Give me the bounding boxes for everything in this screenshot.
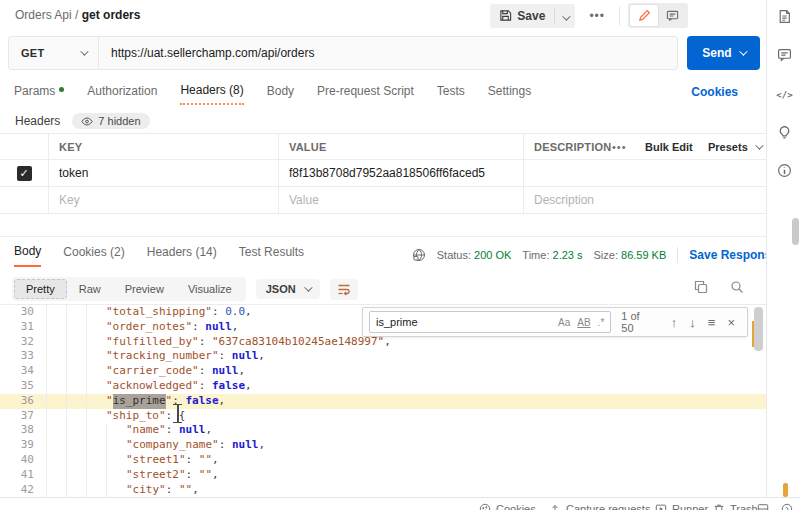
breadcrumb-separator: / bbox=[75, 8, 82, 22]
chevron-down-icon bbox=[755, 141, 763, 149]
cookies-link[interactable]: Cookies bbox=[691, 85, 738, 99]
wrap-lines-button[interactable] bbox=[330, 279, 358, 300]
tab-params[interactable]: Params bbox=[14, 84, 64, 104]
tab-headers[interactable]: Headers (8) bbox=[180, 83, 243, 105]
tab-authorization[interactable]: Authorization bbox=[87, 84, 157, 104]
url-input[interactable]: https://uat.sellerchamp.com/api/orders bbox=[99, 46, 314, 60]
help-button[interactable] bbox=[781, 503, 793, 510]
bulk-edit-button[interactable]: Bulk Edit bbox=[645, 134, 693, 159]
line-number: 40 bbox=[0, 453, 46, 468]
line-number: 31 bbox=[0, 320, 46, 335]
request-tabs: Params Authorization Headers (8) Body Pr… bbox=[0, 82, 766, 106]
line-number: 33 bbox=[0, 349, 46, 364]
presets-dropdown[interactable]: Presets bbox=[708, 134, 761, 159]
comments-icon[interactable] bbox=[776, 46, 793, 63]
row-checkbox[interactable]: ✓ bbox=[17, 166, 32, 181]
tab-settings[interactable]: Settings bbox=[488, 84, 531, 104]
save-dropdown-button[interactable] bbox=[555, 7, 575, 25]
code-scrollbar-thumb[interactable] bbox=[754, 307, 763, 351]
copy-icon[interactable] bbox=[694, 280, 708, 294]
help-icon bbox=[781, 503, 793, 510]
breadcrumb-collection[interactable]: Orders Api bbox=[15, 8, 72, 22]
network-icon[interactable] bbox=[412, 248, 426, 262]
url-row: GET https://uat.sellerchamp.com/api/orde… bbox=[0, 36, 766, 70]
key-input[interactable]: Key bbox=[48, 187, 278, 213]
line-number: 30 bbox=[0, 305, 46, 320]
documentation-icon[interactable] bbox=[776, 8, 793, 25]
runner-button[interactable]: Runner bbox=[655, 503, 708, 510]
line-number: 42 bbox=[0, 483, 46, 497]
find-query: is_prime bbox=[376, 316, 551, 328]
wrap-text-icon bbox=[337, 283, 351, 296]
sidebar-scroll-marker bbox=[783, 483, 788, 497]
response-body-viewer[interactable]: 30"total_shipping": 0.0,31"order_notes":… bbox=[0, 304, 766, 497]
table-placeholder-row: Key Value Description bbox=[0, 187, 766, 214]
chevron-down-icon bbox=[304, 283, 312, 291]
find-previous-button[interactable]: ↑ bbox=[671, 315, 678, 330]
params-indicator-dot bbox=[59, 87, 64, 92]
headers-section-label: Headers bbox=[15, 114, 60, 128]
code-line: 33"tracking_number": null, bbox=[0, 349, 766, 364]
cookies-statusbar-button[interactable]: Cookies bbox=[479, 503, 536, 510]
code-line: 37"ship_to": { bbox=[0, 409, 766, 424]
find-close-button[interactable]: × bbox=[727, 315, 735, 330]
comment-mode-button[interactable] bbox=[658, 5, 686, 26]
tab-pre-request-script[interactable]: Pre-request Script bbox=[317, 84, 414, 104]
text-cursor bbox=[172, 404, 183, 423]
method-selector[interactable]: GET bbox=[9, 37, 99, 69]
match-case-toggle[interactable]: Aa bbox=[558, 317, 570, 328]
lightbulb-icon[interactable] bbox=[776, 124, 793, 141]
column-description: DESCRIPTION bbox=[523, 134, 600, 159]
code-line: 34"carrier_code": null, bbox=[0, 364, 766, 379]
find-next-button[interactable]: ↓ bbox=[689, 315, 696, 330]
code-line: 38"name": null, bbox=[0, 423, 766, 438]
header-description-cell[interactable] bbox=[523, 160, 600, 186]
tab-body[interactable]: Body bbox=[267, 84, 294, 104]
format-dropdown[interactable]: JSON bbox=[256, 279, 320, 299]
find-menu-button[interactable]: ≡ bbox=[708, 315, 716, 330]
line-number: 39 bbox=[0, 438, 46, 453]
edit-mode-button[interactable] bbox=[630, 5, 658, 26]
header-key-cell[interactable]: token bbox=[48, 160, 278, 186]
info-icon[interactable] bbox=[776, 162, 793, 179]
comment-icon bbox=[666, 9, 679, 22]
view-raw[interactable]: Raw bbox=[67, 279, 113, 299]
search-icon[interactable] bbox=[730, 280, 744, 294]
layout-icon bbox=[757, 503, 769, 510]
tab-tests[interactable]: Tests bbox=[437, 84, 465, 104]
chevron-down-icon bbox=[80, 47, 88, 55]
response-tab-body[interactable]: Body bbox=[14, 244, 41, 267]
breadcrumb: Orders Api / get orders bbox=[15, 8, 140, 22]
response-tab-headers[interactable]: Headers (14) bbox=[147, 245, 217, 266]
response-tab-test-results[interactable]: Test Results bbox=[239, 245, 304, 266]
line-number: 41 bbox=[0, 468, 46, 483]
header-value-cell[interactable]: f8f13b8708d7952aa818506ff6faced5 bbox=[278, 160, 523, 186]
line-number: 37 bbox=[0, 409, 46, 424]
view-pretty[interactable]: Pretty bbox=[14, 279, 67, 299]
capture-requests-button[interactable]: Capture requests bbox=[549, 503, 650, 510]
more-options-button[interactable]: ••• bbox=[583, 9, 611, 23]
trash-button[interactable]: Trash bbox=[713, 503, 758, 510]
breadcrumb-request: get orders bbox=[82, 8, 141, 22]
whole-word-toggle[interactable]: AB bbox=[577, 317, 590, 328]
description-input[interactable]: Description bbox=[523, 187, 600, 213]
value-input[interactable]: Value bbox=[278, 187, 523, 213]
header-more-button[interactable]: ••• bbox=[612, 134, 627, 159]
two-pane-view-button[interactable] bbox=[757, 503, 769, 510]
save-button[interactable]: Save bbox=[490, 9, 554, 23]
top-bar: Orders Api / get orders Save ••• bbox=[0, 0, 766, 30]
send-button[interactable]: Send bbox=[687, 36, 760, 70]
send-dropdown-icon[interactable] bbox=[739, 47, 747, 55]
hidden-headers-toggle[interactable]: 7 hidden bbox=[72, 113, 149, 129]
regex-toggle[interactable]: .* bbox=[598, 317, 605, 328]
sidebar-scrollbar-thumb[interactable] bbox=[792, 218, 799, 245]
view-preview[interactable]: Preview bbox=[113, 279, 176, 299]
find-input[interactable]: is_prime Aa AB .* bbox=[369, 311, 611, 333]
view-visualize[interactable]: Visualize bbox=[176, 279, 244, 299]
save-button-group: Save bbox=[490, 4, 575, 28]
code-snippet-icon[interactable]: </> bbox=[776, 86, 793, 103]
edit-comment-toggle bbox=[628, 3, 688, 28]
request-url-field: GET https://uat.sellerchamp.com/api/orde… bbox=[8, 36, 678, 70]
bottom-status-bar: Cookies Capture requests Runner Trash bbox=[0, 497, 800, 510]
response-tab-cookies[interactable]: Cookies (2) bbox=[63, 245, 124, 266]
